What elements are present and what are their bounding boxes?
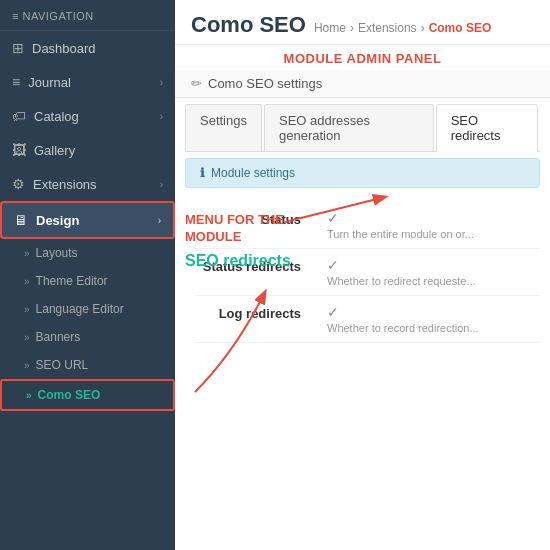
annotation-line1: MENU FOR THE [185,212,291,229]
sidebar-item-layouts[interactable]: » Layouts [0,239,175,267]
dashboard-icon: ⊞ [12,40,24,56]
sidebar-item-catalog[interactable]: 🏷 Catalog › [0,99,175,133]
log-redirects-desc: Whether to record redirection... [327,322,540,334]
admin-panel-label: MODULE ADMIN PANEL [175,45,550,70]
sidebar-item-label: Catalog [34,109,79,124]
tab-settings[interactable]: Settings [185,104,262,151]
top-bar: Como SEO Home › Extensions › Como SEO [175,0,550,45]
log-redirects-label: Log redirects [195,304,315,321]
sidebar-item-label: Extensions [33,177,97,192]
sub-item-label: Como SEO [38,388,101,402]
sidebar-item-label: Design [36,213,79,228]
setting-row-log-redirects: Log redirects ✓ Whether to record redire… [195,296,540,343]
bullet-icon: » [24,332,30,343]
design-icon: 🖥 [14,212,28,228]
breadcrumb: Home › Extensions › Como SEO [314,21,491,35]
annotation-box: MENU FOR THE MODULE SEO redirects [185,212,291,270]
sub-item-label: Banners [36,330,81,344]
bullet-icon: » [26,390,32,401]
bullet-icon: » [24,304,30,315]
gallery-icon: 🖼 [12,142,26,158]
status-desc: Turn the entire module on or... [327,228,540,240]
bullet-icon: » [24,360,30,371]
sidebar-item-gallery[interactable]: 🖼 Gallery [0,133,175,167]
sub-item-label: SEO URL [36,358,89,372]
tabs-bar: Settings SEO addresses generation SEO re… [185,98,540,152]
nav-header-text: ≡ NAVIGATION [12,10,94,22]
sidebar-item-dashboard[interactable]: ⊞ Dashboard [0,31,175,65]
chevron-right-icon: › [160,77,163,88]
status-redirects-desc: Whether to redirect requeste... [327,275,540,287]
page-title: Como SEO [191,12,306,38]
sidebar-item-label: Dashboard [32,41,96,56]
sidebar-item-label: Journal [28,75,71,90]
log-redirects-value: ✓ Whether to record redirection... [327,304,540,334]
sidebar-item-banners[interactable]: » Banners [0,323,175,351]
sidebar-item-design[interactable]: 🖥 Design › [0,201,175,239]
sub-item-label: Layouts [36,246,78,260]
chevron-right-icon: › [158,215,161,226]
tabs-wrapper: Settings SEO addresses generation SEO re… [175,98,550,152]
chevron-right-icon: › [160,111,163,122]
pencil-icon: ✏ [191,76,202,91]
status-check: ✓ [327,210,339,226]
main-content: Como SEO Home › Extensions › Como SEO MO… [175,0,550,550]
sidebar-item-como-seo[interactable]: » Como SEO [0,379,175,411]
breadcrumb-extensions[interactable]: Extensions [358,21,417,35]
chevron-right-icon: › [160,179,163,190]
extensions-icon: ⚙ [12,176,25,192]
info-bar-text: Module settings [211,166,295,180]
settings-header-text: Como SEO settings [208,76,322,91]
breadcrumb-sep1: › [350,21,354,35]
sidebar-item-extensions[interactable]: ⚙ Extensions › [0,167,175,201]
bullet-icon: » [24,276,30,287]
status-redirects-check: ✓ [327,257,339,273]
tab-seo-addresses[interactable]: SEO addresses generation [264,104,434,151]
info-icon: ℹ [200,166,205,180]
sidebar-item-seo-url[interactable]: » SEO URL [0,351,175,379]
nav-header: ≡ NAVIGATION [0,0,175,31]
annotation-line2: MODULE [185,229,291,246]
status-value: ✓ Turn the entire module on or... [327,210,540,240]
breadcrumb-home[interactable]: Home [314,21,346,35]
sidebar-item-journal[interactable]: ≡ Journal › [0,65,175,99]
design-submenu: » Layouts » Theme Editor » Language Edit… [0,239,175,411]
tab-seo-redirects[interactable]: SEO redirects [436,104,538,152]
sidebar-item-theme-editor[interactable]: » Theme Editor [0,267,175,295]
sidebar: ≡ NAVIGATION ⊞ Dashboard ≡ Journal › 🏷 C… [0,0,175,550]
bullet-icon: » [24,248,30,259]
sub-item-label: Theme Editor [36,274,108,288]
status-redirects-value: ✓ Whether to redirect requeste... [327,257,540,287]
sub-item-label: Language Editor [36,302,124,316]
log-redirects-check: ✓ [327,304,339,320]
seo-redirects-annotation: SEO redirects [185,252,291,270]
catalog-icon: 🏷 [12,108,26,124]
breadcrumb-active: Como SEO [429,21,492,35]
sidebar-item-language-editor[interactable]: » Language Editor [0,295,175,323]
breadcrumb-sep2: › [421,21,425,35]
info-bar: ℹ Module settings [185,158,540,188]
content-area: MENU FOR THE MODULE SEO redirects Status… [175,192,550,550]
settings-header: ✏ Como SEO settings [175,70,550,98]
journal-icon: ≡ [12,74,20,90]
sidebar-item-label: Gallery [34,143,75,158]
